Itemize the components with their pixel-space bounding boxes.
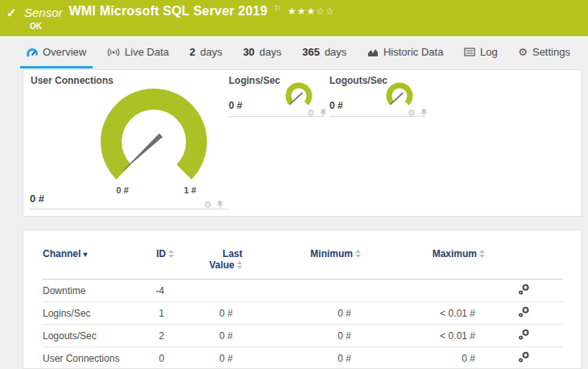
tab-settings-label: Settings: [532, 46, 570, 58]
gauges-panel: User Connections 0 # 1 # 0 # ⚙ Logins/Se…: [23, 69, 582, 217]
tab-live-data-label: Live Data: [125, 46, 169, 58]
status-ok-check-icon: ✓: [6, 6, 17, 20]
channel-name: Logouts/Sec: [43, 325, 138, 347]
tab-2-days[interactable]: 2 days: [183, 38, 229, 68]
column-header-edit: [485, 248, 563, 280]
column-header-id-label: ID: [156, 248, 166, 259]
pin-icon[interactable]: [420, 106, 428, 120]
log-list-icon: [464, 48, 475, 56]
channel-minimum: 0 #: [242, 302, 361, 325]
tab-30-days[interactable]: 30 days: [237, 38, 288, 68]
tab-2-days-label: days: [201, 46, 222, 58]
channel-maximum: < 0.01 #: [361, 325, 485, 347]
column-header-channel-label: Channel: [43, 248, 81, 259]
channel-last-value: 0 #: [174, 325, 242, 347]
object-kind-label: Sensor: [24, 4, 63, 19]
edit-channel-gears-icon[interactable]: [518, 306, 530, 321]
channel-last-value: [174, 280, 242, 302]
tab-log-label: Log: [480, 46, 498, 58]
gauge-logins-title: Logins/Sec: [229, 75, 280, 86]
tab-365-days-label: days: [325, 46, 346, 58]
gauge-needle: [291, 93, 303, 104]
pin-icon[interactable]: [216, 197, 224, 212]
live-signal-icon: [107, 48, 120, 57]
channel-maximum: 0 #: [361, 347, 485, 369]
channel-id: -4: [138, 280, 174, 302]
edit-channel-gears-icon[interactable]: [518, 329, 530, 343]
table-row: Logouts/Sec 2 0 # 0 # < 0.01 #: [43, 325, 563, 347]
channel-id: 1: [138, 302, 174, 325]
column-header-maximum[interactable]: Maximum: [361, 248, 485, 280]
column-header-last-value[interactable]: Last Value: [174, 248, 242, 280]
tab-overview[interactable]: Overview: [20, 38, 93, 68]
channel-last-value: 0 #: [174, 302, 242, 325]
table-header-row: Channel▾ ID Last Value Minimum Maximum: [43, 248, 563, 280]
column-header-channel[interactable]: Channel▾: [43, 248, 138, 280]
column-header-id[interactable]: ID: [138, 248, 174, 280]
stars-filled[interactable]: ★★★: [288, 6, 316, 17]
tab-live-data[interactable]: Live Data: [101, 38, 176, 68]
channel-minimum: 0 #: [242, 325, 361, 347]
channel-minimum: [242, 280, 361, 302]
edit-channel-gears-icon[interactable]: [518, 351, 530, 366]
channel-maximum: [361, 280, 485, 302]
tab-30-days-number: 30: [243, 46, 255, 58]
column-header-value-label: Value: [209, 259, 234, 271]
channel-gear-icon[interactable]: ⚙: [204, 201, 212, 209]
area-chart-icon: [367, 48, 379, 57]
sort-icon: [168, 249, 174, 260]
edit-channel-gears-icon[interactable]: [518, 284, 530, 298]
logouts-gauge: [383, 81, 416, 108]
column-header-minimum-label: Minimum: [310, 248, 353, 259]
table-row: Downtime -4: [43, 280, 563, 302]
sort-icon: [479, 249, 485, 260]
tab-historic-data[interactable]: Historic Data: [361, 38, 449, 68]
gauge-logouts-value: 0 #: [329, 100, 343, 111]
sensor-title: WMI Microsoft SQL Server 2019: [69, 4, 267, 19]
channel-last-value: 0 #: [174, 347, 242, 369]
gauge-needle: [391, 93, 404, 104]
tab-historic-data-label: Historic Data: [383, 46, 443, 58]
channel-minimum: 0 #: [242, 347, 361, 369]
table-row: User Connections 0 0 # 0 # 0 #: [43, 347, 563, 369]
priority-stars[interactable]: ★★★☆☆: [288, 6, 335, 17]
tab-log[interactable]: Log: [458, 38, 504, 68]
sensor-status-badge: OK: [30, 22, 42, 31]
tab-bar: Overview Live Data 2 days 30 days 365 da…: [0, 36, 588, 68]
sensor-header: ✓ Sensor WMI Microsoft SQL Server 2019 ⚐…: [0, 0, 588, 36]
tab-2-days-number: 2: [189, 46, 195, 58]
column-header-maximum-label: Maximum: [433, 248, 477, 259]
table-row: Logins/Sec 1 0 # 0 # < 0.01 #: [43, 302, 563, 325]
tab-overview-label: Overview: [43, 46, 86, 58]
user-connections-gauge: [93, 84, 214, 185]
column-header-last-label: Last: [222, 248, 242, 259]
tab-365-days[interactable]: 365 days: [296, 38, 353, 68]
sort-icon: [237, 260, 242, 272]
sort-desc-icon: ▾: [83, 250, 87, 259]
gauge-icon: [27, 48, 38, 57]
channels-panel: Channel▾ ID Last Value Minimum Maximum: [23, 230, 582, 369]
gauge-logins-value: 0 #: [229, 100, 242, 111]
gauge-needle: [121, 134, 163, 173]
tab-365-days-number: 365: [302, 46, 320, 58]
gauge-scale-min: 0 #: [116, 185, 128, 195]
gear-icon: ⚙: [518, 47, 528, 57]
channel-name: Logins/Sec: [43, 302, 138, 325]
channel-id: 0: [138, 347, 174, 369]
priority-flag-icon[interactable]: ⚐: [274, 4, 281, 13]
tab-settings[interactable]: ⚙ Settings: [511, 38, 577, 68]
channel-id: 2: [138, 325, 174, 347]
tab-30-days-label: days: [259, 46, 281, 58]
channel-name: User Connections: [43, 347, 138, 369]
channel-name: Downtime: [43, 280, 138, 302]
channel-maximum: < 0.01 #: [361, 302, 485, 325]
gauge-user-connections-value: 0 #: [30, 193, 44, 205]
sort-icon: [355, 249, 361, 260]
column-header-minimum[interactable]: Minimum: [242, 248, 361, 280]
channels-table: Channel▾ ID Last Value Minimum Maximum: [43, 248, 563, 369]
pin-icon[interactable]: [319, 106, 327, 120]
stars-empty[interactable]: ☆☆: [316, 6, 335, 17]
logins-gauge: [283, 81, 315, 108]
gauge-scale-max: 1 #: [184, 185, 196, 195]
gauge-logouts-title: Logouts/Sec: [329, 75, 387, 86]
